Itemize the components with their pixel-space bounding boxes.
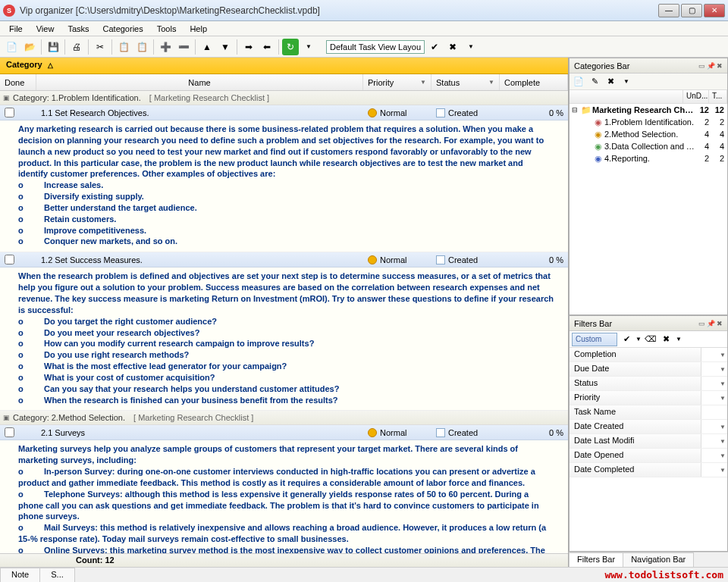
menu-tools[interactable]: Tools [151, 23, 183, 35]
down-icon[interactable]: ▼ [217, 39, 234, 55]
filter-row[interactable]: Status▼ [570, 377, 727, 391]
tree-root[interactable]: ⊟📁Marketing Research Checkli1212 [570, 104, 727, 116]
layout-select[interactable] [326, 40, 425, 54]
filter-row[interactable]: Task Name [570, 405, 727, 420]
task-complete: 0 % [549, 428, 563, 437]
panel-close-icon[interactable]: ✖ [717, 320, 723, 327]
chevron-down-icon[interactable]: ▼ [720, 467, 726, 474]
filter-row[interactable]: Date Created▼ [570, 420, 727, 434]
cat-new-icon[interactable]: 📄 [572, 75, 585, 89]
grid-body[interactable]: ▣ Category: 1.Problem Identification. [ … [0, 91, 568, 553]
col-status[interactable]: Status [436, 78, 460, 87]
cat-drop-icon[interactable]: ▼ [620, 75, 633, 89]
done-checkbox[interactable] [5, 255, 14, 264]
tree-node[interactable]: ◉2.Method Selection.44 [570, 128, 727, 140]
task-priority: Normal [380, 108, 406, 117]
indent-icon[interactable]: ➡ [240, 39, 257, 55]
panel-pin-icon[interactable]: 📌 [707, 320, 715, 327]
side-tab[interactable]: Filters Bar [569, 552, 623, 567]
col-name[interactable]: Name [188, 78, 210, 87]
menu-view[interactable]: View [30, 23, 61, 35]
chevron-down-icon[interactable]: ▼ [720, 366, 726, 373]
paste-icon[interactable]: 📋 [133, 39, 150, 55]
chevron-down-icon[interactable]: ▼ [720, 380, 726, 387]
done-checkbox[interactable] [5, 108, 14, 117]
group-row[interactable]: ▣ Category: 2.Method Selection. [ Market… [0, 411, 568, 425]
cut-icon[interactable]: ✂ [92, 39, 108, 55]
filter-row[interactable]: Date Last Modifi▼ [570, 434, 727, 449]
priority-icon [368, 108, 377, 117]
sidebar: Categories Bar ▭ 📌 ✖ 📄 ✎ ✖ ▼ UnD... T...… [569, 58, 728, 567]
filter-apply-drop[interactable]: ▼ [635, 336, 642, 343]
menu-help[interactable]: Help [184, 23, 213, 35]
panel-restore-icon[interactable]: ▭ [698, 320, 705, 327]
filter-del-drop[interactable]: ▼ [676, 336, 682, 343]
chevron-down-icon[interactable]: ▼ [720, 424, 726, 430]
refresh-icon[interactable]: ↻ [282, 39, 299, 55]
panel-close-icon[interactable]: ✖ [717, 62, 723, 70]
tree-col-total[interactable]: T... [709, 90, 727, 103]
menu-file[interactable]: File [3, 23, 29, 35]
categories-tree[interactable]: ⊟📁Marketing Research Checkli1212◉1.Probl… [570, 104, 727, 314]
group-row[interactable]: ▣ Category: 1.Problem Identification. [ … [0, 91, 568, 105]
filter-clear-icon[interactable]: ⌫ [644, 333, 657, 346]
menu-tasks[interactable]: Tasks [61, 23, 95, 35]
panel-pin-icon[interactable]: 📌 [707, 62, 715, 70]
task-name: 1.2 Set Success Measures. [41, 255, 143, 264]
cat-edit-icon[interactable]: ✎ [588, 75, 601, 89]
open-icon[interactable]: 📂 [21, 39, 38, 55]
filter-row[interactable]: Date Opened▼ [570, 449, 727, 463]
bottom-tab[interactable]: S... [39, 568, 75, 582]
print-icon[interactable]: 🖨 [68, 39, 85, 55]
category-bar[interactable]: Category △ [0, 58, 568, 74]
copy-icon[interactable]: 📋 [115, 39, 132, 55]
close-button[interactable]: ✕ [704, 4, 725, 17]
menu-categories[interactable]: Categories [97, 23, 149, 35]
filter-row[interactable]: Date Completed▼ [570, 463, 727, 477]
task-row[interactable]: 2.1 SurveysNormalCreated0 % [0, 425, 568, 440]
filter-row[interactable]: Completion▼ [570, 348, 727, 362]
filter-selector[interactable]: Custom [572, 333, 617, 346]
chevron-down-icon[interactable]: ▼ [720, 352, 726, 358]
task-row[interactable]: 1.2 Set Success Measures.NormalCreated0 … [0, 252, 568, 268]
maximize-button[interactable]: ▢ [681, 4, 702, 17]
tree-col-undone[interactable]: UnD... [683, 90, 709, 103]
col-priority[interactable]: Priority [368, 78, 394, 87]
col-done[interactable]: Done [5, 78, 24, 87]
task-row[interactable]: 1.1 Set Research Objectives.NormalCreate… [0, 105, 568, 120]
up-icon[interactable]: ▲ [199, 39, 215, 55]
panel-restore-icon[interactable]: ▭ [698, 62, 705, 70]
layout-del-icon[interactable]: ✖ [444, 39, 461, 55]
filter-row[interactable]: Priority▼ [570, 391, 727, 405]
window-title: Vip organizer [C:\Users\dmitry\Desktop\M… [20, 5, 658, 16]
outdent-icon[interactable]: ⬅ [259, 39, 275, 55]
task-del-icon[interactable]: ➖ [175, 39, 192, 55]
task-add-icon[interactable]: ➕ [157, 39, 174, 55]
tree-col-name[interactable] [570, 90, 683, 103]
filter-del-icon[interactable]: ✖ [660, 333, 673, 346]
chevron-down-icon[interactable]: ▼ [720, 395, 726, 402]
col-complete[interactable]: Complete [504, 78, 540, 87]
tree-node[interactable]: ◉4.Reporting.22 [570, 152, 727, 164]
layout-drop-icon[interactable]: ▼ [463, 39, 479, 55]
save-icon[interactable]: 💾 [45, 39, 61, 55]
task-note: When the research problem is defined and… [0, 268, 568, 411]
filter-label: Date Completed [570, 463, 701, 477]
filter-label: Due Date [570, 362, 701, 376]
priority-dropdown-icon[interactable]: ▼ [420, 79, 426, 86]
tree-node[interactable]: ◉1.Problem Identification.22 [570, 116, 727, 128]
done-checkbox[interactable] [5, 427, 14, 437]
dropdown-icon[interactable]: ▼ [300, 39, 317, 55]
new-icon[interactable]: 📄 [3, 39, 20, 55]
tree-node[interactable]: ◉3.Data Collection and Analy44 [570, 140, 727, 152]
chevron-down-icon[interactable]: ▼ [720, 452, 726, 459]
status-dropdown-icon[interactable]: ▼ [488, 79, 494, 86]
layout-apply-icon[interactable]: ✔ [426, 39, 443, 55]
minimize-button[interactable]: — [658, 4, 679, 17]
filter-apply-icon[interactable]: ✔ [620, 333, 633, 346]
side-tab[interactable]: Navigation Bar [623, 552, 694, 567]
cat-del-icon[interactable]: ✖ [604, 75, 617, 89]
filter-row[interactable]: Due Date▼ [570, 362, 727, 377]
chevron-down-icon[interactable]: ▼ [720, 438, 726, 445]
bottom-tab[interactable]: Note [0, 568, 40, 582]
